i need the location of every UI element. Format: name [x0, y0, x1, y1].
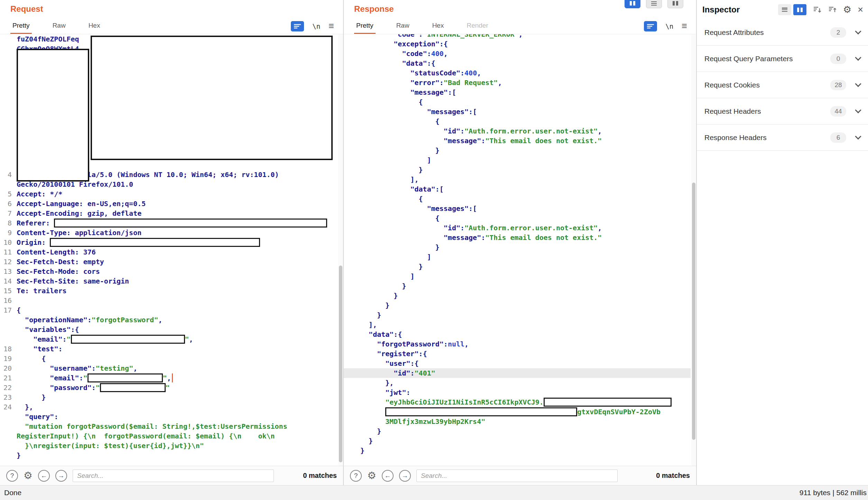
line-number: 19 — [3, 354, 12, 363]
code-token — [360, 340, 377, 348]
code-line: 10Origin: — [0, 238, 338, 247]
inspector-section-request-headers[interactable]: Request Headers44 — [697, 98, 868, 124]
request-tab-raw[interactable]: Raw — [50, 18, 68, 34]
help-icon[interactable]: ? — [350, 470, 362, 482]
code-line: ], — [344, 320, 691, 330]
code-token: "exception" — [394, 40, 439, 48]
layout-stacked-button[interactable] — [646, 0, 662, 8]
inspector-settings-gear-icon[interactable]: ⚙ — [843, 5, 851, 15]
chevron-down-icon — [855, 107, 861, 113]
response-panel-title: Response — [354, 4, 394, 14]
word-wrap-toggle-button[interactable] — [644, 21, 657, 31]
inspector-header: Inspector ⚙ × — [697, 0, 868, 19]
panel-divider[interactable] — [343, 0, 344, 485]
vertical-scrollbar[interactable] — [338, 34, 343, 466]
expand-all-icon[interactable] — [828, 5, 837, 14]
code-line: 18 "test": — [0, 344, 338, 354]
code-token: application/json — [71, 229, 142, 237]
code-token: { — [360, 214, 440, 222]
inspector-close-icon[interactable]: × — [858, 5, 863, 15]
inspector-section-request-cookies[interactable]: Request Cookies28 — [697, 72, 868, 98]
line-number: 23 — [3, 392, 12, 402]
code-line: } — [344, 262, 691, 271]
code-token: , — [598, 127, 602, 135]
status-text: Done — [4, 489, 21, 497]
inspector-section-request-attributes[interactable]: Request Attributes2 — [697, 19, 868, 46]
code-token: "message" — [444, 137, 481, 145]
response-tab-hex[interactable]: Hex — [430, 18, 446, 34]
code-token — [17, 413, 25, 421]
response-tab-pretty[interactable]: Pretty — [354, 18, 376, 34]
show-newlines-button[interactable]: \n — [312, 22, 320, 30]
code-line: gtxvDEqnSVuPbY-2ZoVb — [344, 407, 691, 417]
status-bar: Done 911 bytes | 562 millis — [0, 485, 868, 500]
code-token: 376 — [79, 248, 96, 256]
search-input[interactable] — [73, 470, 274, 482]
scrollbar-thumb[interactable] — [692, 183, 695, 440]
code-line: 24 }, — [0, 402, 338, 412]
code-token — [360, 88, 410, 96]
line-number: 10 — [3, 238, 12, 247]
response-editor[interactable]: "code":"INTERNAL_SERVER_ERROR", "excepti… — [344, 34, 691, 466]
request-tab-pretty[interactable]: Pretty — [10, 18, 32, 34]
code-line: } — [344, 436, 691, 446]
code-token: "username" — [50, 364, 91, 372]
search-settings-gear-icon[interactable]: ⚙ — [367, 471, 376, 481]
code-token — [360, 398, 385, 406]
inspector-section-label: Request Query Parameters — [704, 55, 793, 63]
code-token: "statusCode" — [410, 69, 461, 77]
code-token: trailers — [29, 287, 66, 295]
inspector-section-request-query-parameters[interactable]: Request Query Parameters0 — [697, 46, 868, 72]
editor-menu-icon[interactable]: ≡ — [329, 21, 334, 31]
code-token: "forgotPassword" — [377, 340, 444, 348]
code-line: { — [344, 194, 691, 204]
code-token: "data" — [402, 59, 427, 67]
inspector-section-count: 6 — [830, 132, 846, 143]
word-wrap-toggle-button[interactable] — [291, 21, 304, 31]
code-token: } — [360, 311, 381, 319]
code-token — [50, 219, 54, 227]
show-newlines-button[interactable]: \n — [665, 22, 673, 30]
line-number: 6 — [3, 199, 12, 209]
response-panel: Response PrettyRawHexRender \n ≡ "code":… — [344, 0, 696, 485]
editor-menu-icon[interactable]: ≡ — [682, 21, 687, 31]
code-token: empty — [79, 258, 104, 266]
inspector-list-view-button[interactable] — [778, 4, 791, 15]
code-token: : — [481, 137, 485, 145]
prev-match-button[interactable]: ← — [38, 470, 50, 482]
search-settings-gear-icon[interactable]: ⚙ — [24, 471, 33, 481]
vertical-scrollbar[interactable] — [691, 34, 696, 466]
code-token: { — [17, 306, 21, 314]
layout-tabs-button[interactable] — [667, 0, 683, 8]
code-token: } — [360, 166, 423, 174]
help-icon[interactable]: ? — [6, 470, 18, 482]
chevron-down-icon — [855, 54, 861, 61]
layout-columns-button[interactable] — [625, 0, 640, 8]
panel-divider[interactable] — [696, 0, 697, 485]
response-tab-raw[interactable]: Raw — [394, 18, 412, 34]
prev-match-button[interactable]: ← — [382, 470, 394, 482]
request-editor[interactable]: fuZ04fNeZPOLFeqCGhxmOoQ8WXmtL44User-Agen… — [0, 34, 338, 466]
code-token: :{ — [394, 330, 402, 339]
collapse-all-icon[interactable] — [813, 5, 822, 14]
inspector-section-response-headers[interactable]: Response Headers6 — [697, 124, 868, 151]
inspector-columns-view-button[interactable] — [793, 4, 806, 15]
code-line: } — [344, 310, 691, 320]
code-line: "data":{ — [344, 330, 691, 339]
code-token: : — [460, 224, 464, 232]
code-token: "Bad Request" — [444, 78, 498, 87]
next-match-button[interactable]: → — [55, 470, 67, 482]
scrollbar-thumb[interactable] — [339, 266, 342, 462]
code-token: Referer: — [17, 219, 50, 227]
code-token — [360, 78, 410, 87]
code-token — [360, 359, 385, 368]
inspector-section-count: 28 — [830, 80, 846, 90]
line-number: 18 — [3, 344, 12, 354]
code-token — [360, 417, 385, 426]
next-match-button[interactable]: → — [399, 470, 411, 482]
code-line: "id":"401" — [344, 368, 691, 378]
search-input[interactable] — [416, 470, 618, 482]
inspector-section-label: Response Headers — [704, 133, 767, 142]
code-token — [360, 330, 369, 339]
request-tab-hex[interactable]: Hex — [86, 18, 102, 34]
